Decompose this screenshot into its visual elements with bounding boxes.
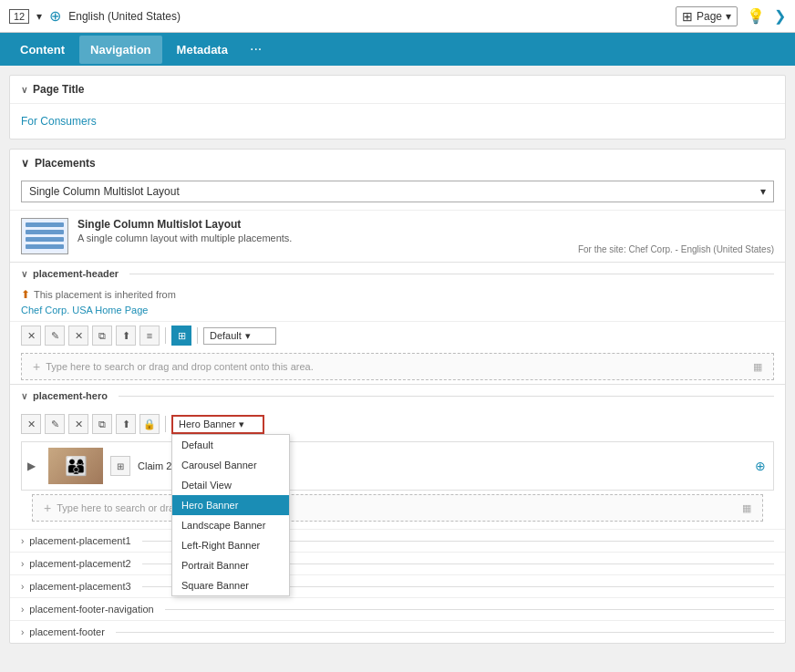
placement-hero-chevron[interactable]: ∨ <box>21 391 27 401</box>
layout-icon-line3 <box>26 237 64 242</box>
drop-area-hero[interactable]: + Type here to search or drag and drop ▦ <box>32 494 763 522</box>
more-btn[interactable]: ≡ <box>139 326 160 346</box>
view-btn[interactable]: ⊞ <box>171 326 191 346</box>
placement-header-divider <box>129 274 774 274</box>
placement-footer-navigation[interactable]: › placement-footer-navigation <box>10 597 785 620</box>
placement-hero-divider <box>119 396 774 397</box>
placement-hero-content: ✕ ✎ ✕ ⧉ ⬆ 🔒 Hero Banner ▾ Default <box>10 407 785 529</box>
placement-placement3[interactable]: › placement-placement3 <box>10 574 785 597</box>
page-label: Page <box>697 10 722 23</box>
dropdown-option-square[interactable]: Square Banner <box>172 575 289 595</box>
p5-label: placement-footer <box>29 626 105 637</box>
drop-area-header[interactable]: + Type here to search or drag and drop c… <box>21 353 774 380</box>
hero-copy-btn[interactable]: ⧉ <box>92 414 112 434</box>
dropdown-option-portrait[interactable]: Portrait Banner <box>172 555 289 575</box>
layout-icon-line1 <box>26 222 64 227</box>
placements-chevron[interactable]: ∨ <box>21 157 29 170</box>
layout-card-title: Single Column Multislot Layout <box>77 218 569 231</box>
dropdown-selected-value: Hero Banner <box>179 419 235 429</box>
dropdown-option-landscape[interactable]: Landscape Banner <box>172 515 289 535</box>
p3-chevron: › <box>21 582 24 592</box>
placement-hero-block: ∨ placement-hero ✕ ✎ ✕ ⧉ ⬆ 🔒 <box>10 384 785 529</box>
hero-content-row: ▶ 👨‍👩‍👦 ⊞ Claim 2 - Comm... ⊕ <box>21 441 774 491</box>
delete-btn[interactable]: ✕ <box>68 326 88 346</box>
dropdown-option-carousel[interactable]: Carousel Banner <box>172 455 289 475</box>
top-bar-left: 12 ▾ ⊕ English (United States) <box>9 7 181 25</box>
hero-toolbar-sep1 <box>165 416 166 432</box>
view-select[interactable]: Default ▾ <box>203 327 276 345</box>
chevron-down-icon[interactable]: ▾ <box>36 10 42 23</box>
placement-hero-label: placement-hero <box>33 390 108 401</box>
placement-placement1[interactable]: › placement-placement1 <box>10 529 785 552</box>
p4-divider <box>165 609 774 610</box>
placement-inherited-row: ⬆ This placement is inherited from <box>10 284 785 305</box>
page-title-value: For Consumers <box>21 111 774 131</box>
page-title-content: For Consumers <box>10 104 785 139</box>
layout-card: Single Column Multislot Layout A single … <box>10 210 785 262</box>
drop-plus-icon: + <box>33 359 40 374</box>
hero-lock-btn[interactable]: 🔒 <box>139 414 160 434</box>
tab-metadata[interactable]: Metadata <box>166 36 239 64</box>
dropdown-option-default[interactable]: Default <box>172 435 289 455</box>
page-chevron-icon: ▾ <box>726 10 731 23</box>
page-button[interactable]: ⊞ Page ▾ <box>676 6 738 26</box>
view-dropdown-trigger[interactable]: Hero Banner ▾ <box>171 415 264 434</box>
view-select-value: Default <box>210 330 242 341</box>
page-title-label: Page Title <box>33 83 84 96</box>
move-btn[interactable]: ⬆ <box>116 326 136 346</box>
layout-icon <box>21 218 68 254</box>
layout-icon-line4 <box>26 244 64 249</box>
placement-header-chevron[interactable]: ∨ <box>21 269 27 279</box>
tab-content[interactable]: Content <box>9 36 76 64</box>
dropdown-option-leftright[interactable]: Left-Right Banner <box>172 535 289 555</box>
placement-header-block: ∨ placement-header ⬆ This placement is i… <box>10 262 785 380</box>
toolbar-sep2 <box>197 327 198 344</box>
content-globe-icon[interactable]: ⊕ <box>755 459 773 473</box>
lightbulb-icon[interactable]: 💡 <box>747 7 765 25</box>
tab-navigation[interactable]: Navigation <box>79 36 161 64</box>
copy-btn[interactable]: ⧉ <box>92 326 112 346</box>
page-title-chevron[interactable]: ∨ <box>21 85 27 95</box>
p2-label: placement-placement2 <box>29 558 130 569</box>
view-select-chevron: ▾ <box>245 330 251 342</box>
page-grid-icon: ⊞ <box>682 9 693 24</box>
p2-chevron: › <box>21 559 24 569</box>
hero-toolbar: ✕ ✎ ✕ ⧉ ⬆ 🔒 Hero Banner ▾ Default <box>21 410 774 438</box>
placement-header-label: placement-header <box>33 268 119 279</box>
hero-drop-plus-icon: + <box>44 501 51 515</box>
layout-card-desc: A single column layout with multiple pla… <box>77 233 569 243</box>
page-badge[interactable]: 12 <box>9 9 29 24</box>
cut-btn[interactable]: ✕ <box>21 326 41 346</box>
layout-icon-line2 <box>26 230 64 234</box>
p1-chevron: › <box>21 536 24 546</box>
view-dropdown-popup: Default Carousel Banner Detail View Hero… <box>171 434 290 596</box>
lang-label: English (United States) <box>68 10 181 23</box>
dropdown-option-detail[interactable]: Detail View <box>172 475 289 495</box>
inherited-link[interactable]: Chef Corp. USA Home Page <box>10 305 785 321</box>
placement-placement2[interactable]: › placement-placement2 <box>10 552 785 574</box>
hero-drop-right-icon: ▦ <box>742 502 751 514</box>
content-expand-btn[interactable]: ▶ <box>22 460 41 472</box>
dropdown-option-hero[interactable]: Hero Banner <box>172 495 289 515</box>
dropdown-chevron: ▾ <box>239 419 244 430</box>
arrow-icon[interactable]: ❯ <box>774 7 786 25</box>
layout-select-row: Single Column Multislot Layout ▾ <box>10 177 785 210</box>
globe-icon: ⊕ <box>49 7 61 25</box>
placement-header-row: ∨ placement-header <box>10 263 785 284</box>
layout-card-text: Single Column Multislot Layout A single … <box>77 218 569 243</box>
p4-label: placement-footer-navigation <box>29 604 153 615</box>
p4-chevron: › <box>21 605 24 615</box>
edit-btn[interactable]: ✎ <box>45 326 65 346</box>
content-type-icon: ⊞ <box>110 456 130 476</box>
page-title-section: ∨ Page Title For Consumers <box>9 75 786 140</box>
layout-select[interactable]: Single Column Multislot Layout ▾ <box>21 181 774 202</box>
placement-footer[interactable]: › placement-footer <box>10 620 785 643</box>
hero-move-btn[interactable]: ⬆ <box>116 414 136 434</box>
tab-more[interactable]: ··· <box>243 37 269 61</box>
hero-delete-btn[interactable]: ✕ <box>68 414 88 434</box>
hero-cut-btn[interactable]: ✕ <box>21 414 41 434</box>
tab-bar: Content Navigation Metadata ··· <box>0 33 795 66</box>
p5-divider <box>116 632 774 633</box>
hero-edit-btn[interactable]: ✎ <box>45 414 65 434</box>
view-dropdown-container: Hero Banner ▾ Default Carousel Banner De… <box>171 415 264 434</box>
